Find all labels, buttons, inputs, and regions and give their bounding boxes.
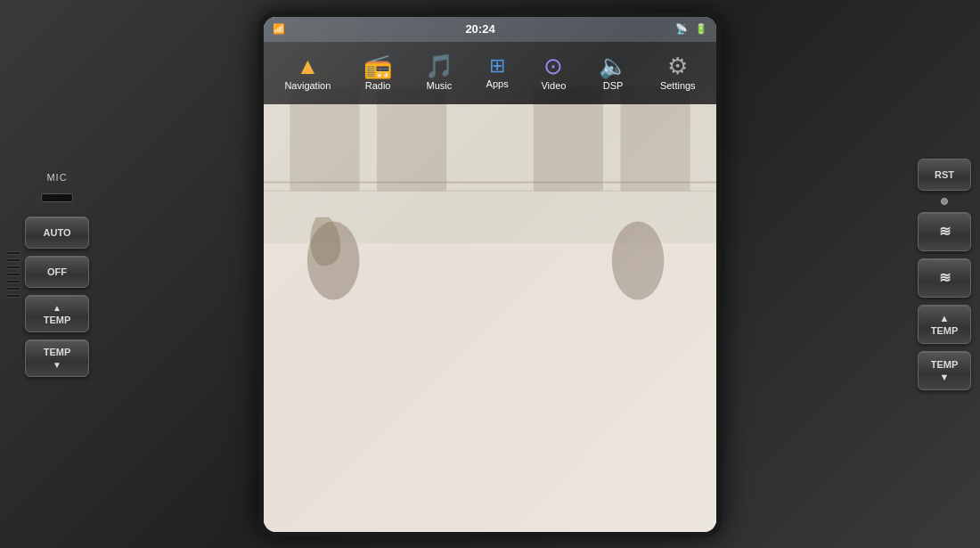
nav-label-dsp: DSP [603,80,624,91]
nav-item-radio[interactable]: 📻 Radio [356,51,399,94]
right-arrow-down-icon: ▼ [940,372,950,382]
battery-icon: 🔋 [695,23,707,35]
right-panel: RST ≋ ≋ ▲ TEMP TEMP ▼ [918,159,971,390]
status-right-icons: 📡 🔋 [675,23,707,35]
nav-label-apps: Apps [486,78,509,89]
svg-point-10 [612,221,665,299]
temp-up-label: TEMP [44,315,71,325]
vent-left [0,242,27,307]
heat1-icon: ≋ [939,223,951,240]
nav-item-dsp[interactable]: 🔈 DSP [592,51,634,94]
off-button[interactable]: OFF [25,256,89,288]
settings-icon: ⚙ [667,54,688,78]
nav-item-settings[interactable]: ⚙ Settings [653,51,703,94]
mic-slot [41,193,73,202]
status-left-icon: 📶 [273,23,285,35]
antenna-icon: 📡 [675,23,688,35]
left-panel: MIC AUTO OFF TEMP TEMP [25,172,89,377]
time-display: 20:24 [465,22,494,36]
nav-bar[interactable]: ▲ Navigation 📻 Radio 🎵 Music ⊞ Apps ⊙ [264,42,716,104]
rst-label: RST [935,169,954,180]
nav-item-navigation[interactable]: ▲ Navigation [277,51,338,94]
status-bar: 📶 20:24 📡 🔋 [264,17,716,42]
car-unit: MIC AUTO OFF TEMP TEMP [0,0,980,548]
nav-label-radio: Radio [365,80,391,91]
nav-item-music[interactable]: 🎵 Music [418,51,461,94]
rst-indicator [941,198,948,205]
right-temp-up-label: TEMP [931,325,959,336]
right-temp-down-label: TEMP [931,359,959,370]
nav-label-music: Music [426,80,452,91]
arrow-up-icon [53,302,61,313]
nav-label-navigation: Navigation [284,80,331,91]
right-temp-down-button[interactable]: TEMP ▼ [918,351,971,390]
heat1-button[interactable]: ≋ [918,212,971,251]
arrow-down-icon [53,359,61,370]
off-label: OFF [47,266,67,277]
temp-down-label: TEMP [44,347,71,357]
navigation-icon: ▲ [297,54,320,78]
heat2-icon: ≋ [939,269,951,286]
nav-item-apps[interactable]: ⊞ Apps [479,53,516,93]
nav-label-video: Video [541,80,566,91]
right-temp-up-button[interactable]: ▲ TEMP [918,305,971,344]
apps-icon: ⊞ [489,56,505,76]
nav-label-settings: Settings [660,80,696,91]
right-arrow-up-icon: ▲ [940,313,950,323]
mic-label: MIC [46,172,67,183]
temp-up-button[interactable]: TEMP [25,295,89,332]
heat2-button[interactable]: ≋ [918,258,971,298]
nav-item-video[interactable]: ⊙ Video [534,51,573,94]
screen-bezel: 📶 20:24 📡 🔋 ▲ Navigation 📻 Radio [258,12,722,537]
video-icon: ⊙ [543,54,563,78]
music-icon: 🎵 [425,54,453,78]
auto-button[interactable]: AUTO [25,217,89,249]
temp-down-button[interactable]: TEMP [25,339,89,377]
auto-label: AUTO [44,227,71,238]
dsp-icon: 🔈 [599,54,627,78]
radio-icon: 📻 [363,54,392,78]
rst-button[interactable]: RST [918,159,971,191]
screen: 📶 20:24 📡 🔋 ▲ Navigation 📻 Radio [264,17,716,532]
